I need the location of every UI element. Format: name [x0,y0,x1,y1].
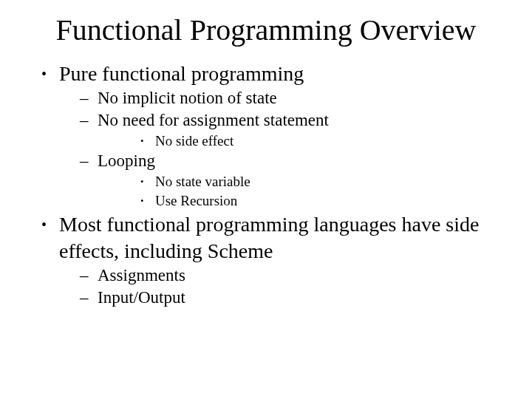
bullet-text: No implicit notion of state [98,89,277,107]
bullet-sublist: No implicit notion of state No need for … [59,87,495,211]
bullet-text: No side effect [155,133,233,149]
slide: Functional Programming Overview Pure fun… [0,0,532,399]
bullet-text: No state variable [155,174,250,189]
bullet-lvl1: Pure functional programming No implicit … [37,61,495,210]
bullet-text: Pure functional programming [59,62,304,85]
bullet-text: Use Recursion [155,193,237,208]
bullet-sublist: No state variable Use Recursion [98,172,495,210]
bullet-lvl2: Looping No state variable Use Recursion [59,150,495,210]
bullet-list: Pure functional programming No implicit … [37,61,495,309]
bullet-lvl1: Most functional programming languages ha… [37,211,495,308]
bullet-lvl2: Assignments [59,265,495,287]
bullet-lvl3: Use Recursion [98,191,495,211]
bullet-text: Input/Output [98,288,185,307]
bullet-sublist: No side effect [98,132,495,151]
bullet-lvl2: No need for assignment statement No side… [59,109,495,151]
bullet-text: Most functional programming languages ha… [59,213,479,262]
bullet-sublist: Assignments Input/Output [59,265,495,309]
bullet-lvl3: No side effect [98,132,495,151]
bullet-lvl3: No state variable [98,172,495,191]
slide-title: Functional Programming Overview [37,13,495,47]
bullet-lvl2: Input/Output [59,287,495,309]
bullet-text: Assignments [98,266,185,284]
bullet-lvl2: No implicit notion of state [59,87,495,109]
bullet-text: Looping [98,151,155,170]
bullet-text: No need for assignment statement [98,111,329,129]
